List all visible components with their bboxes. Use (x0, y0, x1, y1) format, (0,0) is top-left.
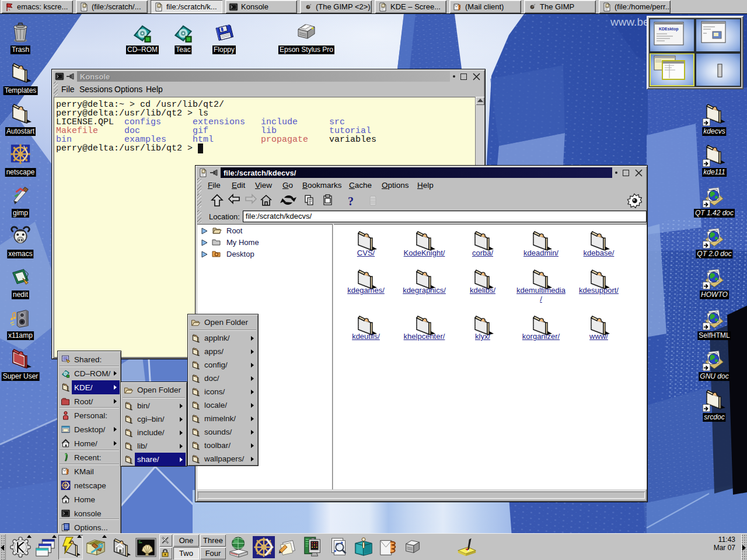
svg-text:KDEsktop: KDEsktop (659, 27, 678, 32)
svg-text:?: ? (348, 195, 354, 208)
svg-text:www.be: www.be (610, 16, 650, 28)
